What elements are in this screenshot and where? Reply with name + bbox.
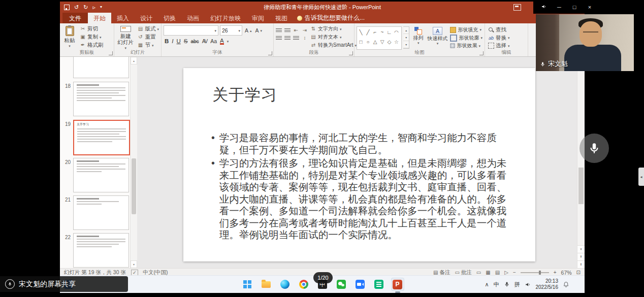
save-icon[interactable] bbox=[64, 5, 70, 10]
shape-icon[interactable]: □ bbox=[358, 37, 364, 47]
align-text-button[interactable]: ▤对齐文本▾ bbox=[309, 33, 358, 41]
zoom-slider-knob[interactable] bbox=[539, 271, 541, 275]
shapes-gallery[interactable]: ╲ ╱ ⌐ ~ ∟ ◠ □ ○ △ ▽ ◇ ☆ bbox=[357, 26, 402, 50]
zoom-level[interactable]: 67% bbox=[561, 270, 572, 276]
numbering-icon[interactable] bbox=[284, 28, 291, 33]
character-spacing-button[interactable]: AV bbox=[202, 39, 208, 44]
section-button[interactable]: ▦节▾ bbox=[136, 41, 160, 49]
taskbar-clock[interactable]: 20:13 2022/5/16 bbox=[536, 278, 559, 291]
previous-slide-icon[interactable]: ⇞ bbox=[577, 253, 585, 260]
shape-icon[interactable]: ~ bbox=[379, 27, 385, 37]
line-spacing-icon[interactable]: ↕ bbox=[302, 36, 308, 41]
find-button[interactable]: 查找 bbox=[487, 26, 511, 34]
normal-view-icon[interactable]: ▭ bbox=[476, 270, 481, 275]
shape-icon[interactable]: ○ bbox=[365, 37, 371, 47]
docs-app-button[interactable] bbox=[372, 278, 385, 291]
wechat-button[interactable] bbox=[335, 278, 348, 291]
clipboard-dialog-launcher-icon[interactable] bbox=[109, 51, 113, 55]
minimize-button[interactable]: ─ bbox=[552, 4, 567, 10]
zoom-in-icon[interactable]: + bbox=[554, 270, 557, 275]
edge-button[interactable] bbox=[278, 278, 292, 291]
proofing-icon[interactable]: ✓ bbox=[131, 270, 138, 276]
maximize-button[interactable]: □ bbox=[567, 4, 582, 10]
shape-icon[interactable]: ∟ bbox=[387, 27, 392, 37]
font-dialog-launcher-icon[interactable] bbox=[268, 51, 272, 55]
redo-icon[interactable]: ↻ bbox=[83, 5, 88, 10]
tab-view[interactable]: 视图 bbox=[270, 13, 293, 23]
strikethrough-button[interactable]: abc bbox=[191, 39, 199, 44]
thumbnail-slide-17[interactable] bbox=[60, 57, 130, 76]
tab-review[interactable]: 审阅 bbox=[246, 13, 270, 23]
shape-icon[interactable]: ◠ bbox=[394, 27, 399, 37]
tab-insert[interactable]: 插入 bbox=[111, 13, 135, 23]
convert-smartart-button[interactable]: ⇄转换为SmartArt▾ bbox=[309, 41, 358, 49]
tab-home[interactable]: 开始 bbox=[88, 13, 111, 23]
slide-canvas[interactable]: 关于学习 •学习是最容易的事情，河北工大的学生，智商和学习能力不容质疑，但千万不… bbox=[183, 68, 535, 261]
shape-icon[interactable]: ▽ bbox=[379, 37, 385, 47]
tray-expand-icon[interactable]: ∧ bbox=[485, 281, 489, 288]
qat-customize-icon[interactable]: ▾ bbox=[100, 5, 102, 9]
shape-fill-button[interactable]: 形状填充▾ bbox=[449, 26, 484, 34]
reading-view-icon[interactable]: ▤ bbox=[495, 270, 500, 275]
italic-button[interactable]: I bbox=[172, 38, 173, 44]
tab-animations[interactable]: 动画 bbox=[181, 13, 205, 23]
participant-video[interactable]: 宋文魁 bbox=[536, 14, 634, 71]
tab-file[interactable]: 文件 bbox=[62, 13, 88, 23]
tab-transitions[interactable]: 切换 bbox=[158, 13, 181, 23]
slideshow-view-icon[interactable]: ▷ bbox=[504, 270, 508, 275]
tell-me-box[interactable]: 告诉我您想要做什么... bbox=[297, 13, 365, 23]
shape-icon[interactable]: ╱ bbox=[365, 27, 371, 37]
tray-speaker-icon[interactable] bbox=[525, 281, 531, 288]
meeting-audio-icon[interactable] bbox=[541, 4, 547, 10]
thumb-scrollbar-thumb[interactable] bbox=[132, 158, 136, 214]
replace-button[interactable]: ab替换▾ bbox=[487, 34, 511, 42]
layout-button[interactable]: ▤版式▾ bbox=[136, 25, 160, 33]
tray-mic-icon[interactable] bbox=[504, 281, 510, 287]
font-size-combobox[interactable]: 26▾ bbox=[220, 25, 242, 36]
shrink-font-button[interactable]: A▾ bbox=[254, 26, 264, 35]
grow-font-button[interactable]: A▴ bbox=[244, 26, 253, 35]
change-case-button[interactable]: Aa bbox=[210, 38, 217, 44]
underline-button[interactable]: U bbox=[177, 38, 181, 44]
font-name-combobox[interactable]: ▾ bbox=[164, 25, 218, 36]
main-scroll-down-icon[interactable]: ▾ bbox=[577, 245, 585, 253]
decrease-indent-icon[interactable]: ⇤ bbox=[293, 28, 299, 33]
font-color-button[interactable]: A bbox=[220, 38, 224, 45]
thumb-scroll-up-icon[interactable]: ▴ bbox=[131, 57, 137, 64]
increase-indent-icon[interactable]: ⇥ bbox=[302, 28, 308, 33]
tab-design[interactable]: 设计 bbox=[135, 13, 158, 23]
tray-ime-cn[interactable]: 中 bbox=[494, 281, 499, 288]
align-left-icon[interactable] bbox=[276, 36, 282, 41]
paragraph-dialog-launcher-icon[interactable] bbox=[349, 51, 353, 55]
undo-icon[interactable]: ↺ bbox=[74, 5, 79, 10]
next-slide-icon[interactable]: ⇟ bbox=[577, 260, 585, 268]
zoom-out-icon[interactable]: − bbox=[513, 270, 516, 275]
fit-to-window-icon[interactable]: ⊡ bbox=[576, 270, 581, 275]
reset-button[interactable]: ↺重置 bbox=[136, 33, 160, 41]
slideshow-from-start-icon[interactable]: ▹ bbox=[92, 5, 95, 10]
start-button[interactable] bbox=[241, 278, 254, 291]
close-button[interactable]: × bbox=[582, 4, 597, 10]
quick-styles-button[interactable]: A 快速样式 ▾ bbox=[427, 25, 447, 50]
chrome-button[interactable] bbox=[297, 278, 310, 291]
align-center-icon[interactable] bbox=[284, 36, 291, 41]
slide-sorter-view-icon[interactable]: ▦ bbox=[486, 270, 490, 275]
format-painter-button[interactable]: ✒格式刷 bbox=[79, 41, 105, 49]
arrange-button[interactable]: 排列 ▾ bbox=[411, 25, 426, 50]
thumbnail-slide-19[interactable]: 19 关于学习 bbox=[60, 120, 130, 152]
tab-slideshow[interactable]: 幻灯片放映 bbox=[205, 13, 246, 23]
shape-icon[interactable]: ⌐ bbox=[372, 27, 378, 37]
shapes-more-icon[interactable]: ▾ bbox=[403, 41, 408, 48]
shape-icon[interactable]: △ bbox=[372, 37, 378, 47]
shape-icon[interactable]: ◇ bbox=[387, 37, 392, 47]
main-scrollbar-thumb[interactable] bbox=[578, 168, 584, 204]
microphone-overlay-button[interactable] bbox=[579, 134, 609, 163]
shape-outline-button[interactable]: 形状轮廓▾ bbox=[449, 34, 484, 42]
thumbnail-slide-22[interactable]: 22 bbox=[60, 233, 130, 266]
text-direction-button[interactable]: ⇅文字方向▾ bbox=[309, 25, 358, 33]
thumbnail-slide-18[interactable]: 18 bbox=[60, 82, 130, 114]
align-right-icon[interactable] bbox=[293, 36, 299, 41]
shadow-button[interactable]: S bbox=[184, 38, 188, 44]
bullets-icon[interactable] bbox=[276, 28, 282, 33]
panel-collapse-tab[interactable]: ◂ bbox=[638, 168, 644, 186]
